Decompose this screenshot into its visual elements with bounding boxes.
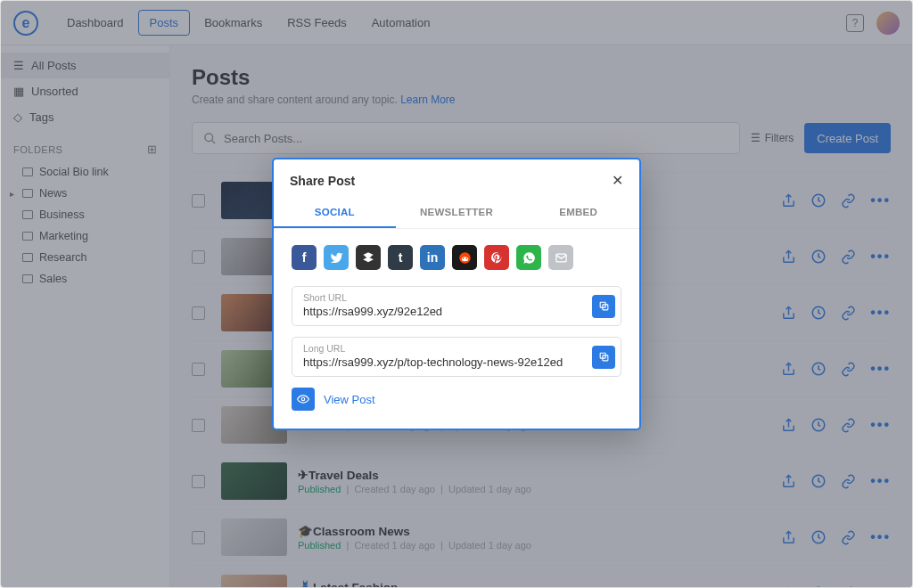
long-url-value[interactable]: https://rsa999.xyz/p/top-technology-news… [303, 355, 613, 369]
pinterest-icon[interactable] [484, 245, 509, 270]
linkedin-icon[interactable]: in [420, 245, 445, 270]
long-url-box: Long URL https://rsa999.xyz/p/top-techno… [292, 337, 621, 377]
modal-title: Share Post [290, 174, 612, 188]
share-modal: Share Post ✕ SOCIAL NEWSLETTER EMBED f t… [272, 158, 641, 430]
svg-point-19 [461, 257, 468, 261]
tab-social[interactable]: SOCIAL [274, 198, 396, 228]
short-url-label: Short URL [303, 292, 613, 303]
reddit-icon[interactable] [452, 245, 477, 270]
modal-tabs: SOCIAL NEWSLETTER EMBED [274, 198, 639, 229]
long-url-label: Long URL [303, 343, 613, 354]
social-icons-row: f t in [292, 245, 621, 270]
facebook-icon[interactable]: f [292, 245, 317, 270]
copy-long-url-button[interactable] [592, 346, 615, 369]
svg-point-27 [301, 397, 305, 401]
copy-short-url-button[interactable] [592, 295, 615, 318]
view-post-link[interactable]: View Post [324, 393, 375, 406]
view-post-icon-button[interactable] [292, 388, 315, 411]
email-icon[interactable] [548, 245, 573, 270]
close-icon[interactable]: ✕ [612, 172, 623, 189]
tab-embed[interactable]: EMBED [517, 198, 639, 228]
svg-point-21 [465, 257, 467, 259]
whatsapp-icon[interactable] [516, 245, 541, 270]
tab-newsletter[interactable]: NEWSLETTER [396, 198, 518, 228]
twitter-icon[interactable] [324, 245, 349, 270]
short-url-box: Short URL https://rsa999.xyz/92e12ed [292, 286, 621, 326]
short-url-value[interactable]: https://rsa999.xyz/92e12ed [303, 305, 613, 318]
buffer-icon[interactable] [356, 245, 381, 270]
tumblr-icon[interactable]: t [388, 245, 413, 270]
svg-point-20 [462, 257, 464, 259]
modal-overlay[interactable]: Share Post ✕ SOCIAL NEWSLETTER EMBED f t… [1, 1, 912, 587]
